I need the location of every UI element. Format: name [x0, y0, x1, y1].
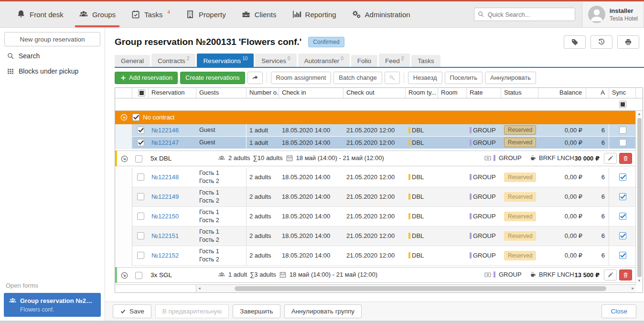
tab-folio[interactable]: Folio	[351, 55, 377, 67]
sync-checkbox[interactable]	[619, 252, 626, 259]
reservation-link[interactable]: №122151	[151, 232, 179, 239]
history-button[interactable]	[590, 35, 612, 49]
block-checkbox[interactable]	[135, 272, 142, 279]
guest-name: Гость 1	[199, 228, 219, 236]
row-checkbox[interactable]	[137, 173, 144, 181]
row-checkbox[interactable]	[137, 127, 144, 134]
tab-feed[interactable]: Feed2	[379, 54, 410, 67]
footer-button-save[interactable]: Save	[113, 304, 151, 318]
active-underline	[75, 25, 119, 27]
sync-cell	[609, 207, 636, 226]
row-checkbox[interactable]	[137, 232, 144, 239]
sync-all-checkbox[interactable]	[619, 101, 626, 108]
pencil-icon	[607, 272, 613, 278]
tab-reservations[interactable]: Reservations10	[197, 54, 254, 67]
app: Front deskGroupsTasks4PropertyClientsRep…	[0, 0, 644, 323]
column-header-sync: Sync	[609, 88, 636, 98]
contract-checkbox[interactable]	[132, 114, 140, 121]
reservation-link[interactable]: №122150	[151, 213, 179, 220]
sync-checkbox[interactable]	[619, 193, 626, 200]
key-button[interactable]	[385, 72, 400, 84]
nav-item-groups[interactable]: Groups	[71, 1, 123, 27]
new-group-reservation-button[interactable]: New group reservation	[4, 32, 100, 46]
toolbar-button-label: Незаезд	[413, 74, 437, 81]
tab-tasks[interactable]: Tasks	[411, 55, 440, 67]
reservation-link[interactable]: №122148	[151, 173, 179, 181]
row-checkbox[interactable]	[137, 193, 144, 200]
print-button[interactable]	[617, 35, 639, 49]
row-select-cell	[132, 168, 149, 187]
footer-button-завершить[interactable]: Завершить	[233, 304, 280, 318]
row-band: №122152Гость 1Гость 22 adults18.05.2020 …	[132, 246, 636, 266]
nav-item-clients[interactable]: Clients	[234, 1, 284, 27]
sync-checkbox[interactable]	[619, 232, 626, 239]
nav-item-property[interactable]: Property	[178, 1, 234, 27]
bottom-window-edge	[0, 321, 644, 323]
select-all-checkbox[interactable]	[138, 89, 145, 97]
scroll-down-arrow[interactable]: ▼	[637, 278, 641, 284]
sidebar-item-blocks-under-pickup[interactable]: Blocks under pickup	[0, 64, 105, 79]
sync-checkbox[interactable]	[619, 127, 626, 134]
check-in-value: 18.05.2020 14:00	[282, 173, 330, 181]
toolbar-button-create-reservations[interactable]: Create reservations	[180, 72, 245, 84]
row-checkbox[interactable]	[137, 252, 144, 259]
row-checkbox[interactable]	[137, 139, 144, 146]
sync-checkbox[interactable]	[619, 213, 626, 220]
row-checkbox[interactable]	[137, 213, 144, 220]
nav-item-front-desk[interactable]: Front desk	[9, 1, 71, 27]
number-of-guests: 1 adult	[249, 127, 268, 134]
reservation-link[interactable]: №122152	[151, 252, 179, 259]
reservation-link[interactable]: №122147	[151, 139, 179, 146]
toolbar-button-аннулировать[interactable]: Аннулировать	[485, 72, 536, 84]
nav-item-tasks[interactable]: Tasks4	[123, 1, 178, 27]
nav-item-reporting[interactable]: Reporting	[284, 1, 344, 27]
sync-checkbox[interactable]	[619, 173, 626, 181]
tab-contracts[interactable]: Contracts2	[151, 54, 195, 67]
toolbar-button-room-assignment[interactable]: Room assignment	[271, 72, 332, 84]
scroll-right-arrow[interactable]: ▸	[632, 286, 634, 291]
status-cell: Reserved	[501, 246, 538, 265]
reservation-id-cell: №122152	[149, 246, 196, 265]
toolbar-button-поселить[interactable]: Поселить	[445, 72, 483, 84]
toolbar-button-batch-change[interactable]: Batch change	[333, 72, 382, 84]
close-button[interactable]: Close	[601, 304, 636, 318]
horizontal-scrollbar[interactable]: ◂ ▸	[115, 284, 636, 292]
balance-value: 0,00 ₽	[565, 139, 582, 146]
tag-button[interactable]	[564, 35, 586, 49]
sync-checkbox[interactable]	[619, 139, 626, 146]
groups-icon	[79, 10, 88, 19]
edit-block-button[interactable]	[604, 269, 617, 280]
nav-label: Groups	[92, 11, 116, 19]
delete-block-button[interactable]	[619, 269, 632, 280]
room-type-color	[408, 213, 410, 219]
scroll-left-arrow[interactable]: ◂	[198, 286, 201, 291]
column-header-label: Rate	[470, 89, 483, 96]
tab-general[interactable]: General	[115, 55, 150, 67]
rate-color	[470, 140, 472, 146]
tab-autotransfer[interactable]: Autotransfer0	[298, 54, 350, 67]
row-gutter	[115, 137, 132, 149]
collapse-icon-wrap[interactable]	[120, 155, 129, 163]
sidebar-item-search[interactable]: Search	[0, 48, 105, 64]
vertical-scrollbar[interactable]: ▲ ▼	[635, 111, 643, 284]
quick-search-input[interactable]	[474, 8, 575, 21]
open-form-card[interactable]: Group reservation №2… Flowers conf.	[4, 293, 101, 317]
reservation-link[interactable]: №122149	[151, 193, 179, 200]
reservation-link[interactable]: №122146	[151, 127, 179, 134]
tab-services[interactable]: Services0	[255, 54, 296, 67]
toolbar-button-незаезд[interactable]: Незаезд	[408, 72, 442, 84]
forward-arrow-button[interactable]	[247, 72, 263, 84]
user-menu[interactable]: installer Tesla Hotel	[582, 1, 644, 27]
vertical-scroll-thumb[interactable]	[637, 118, 642, 277]
collapse-icon-wrap[interactable]	[120, 271, 129, 280]
footer-button-в-предварительную[interactable]: В предварительную	[155, 304, 229, 318]
nav-item-administration[interactable]: Administration	[344, 1, 418, 27]
footer-button-аннулировать-группу[interactable]: Аннулировать группу	[284, 304, 362, 318]
toolbar-button-add-reservation[interactable]: Add reservation	[115, 72, 178, 84]
a-cell: 6	[586, 246, 609, 265]
scroll-up-arrow[interactable]: ▲	[637, 111, 641, 118]
delete-block-button[interactable]	[619, 153, 632, 164]
block-checkbox[interactable]	[135, 155, 142, 162]
edit-block-button[interactable]	[604, 153, 617, 164]
horizontal-scroll-thumb[interactable]	[235, 286, 606, 291]
